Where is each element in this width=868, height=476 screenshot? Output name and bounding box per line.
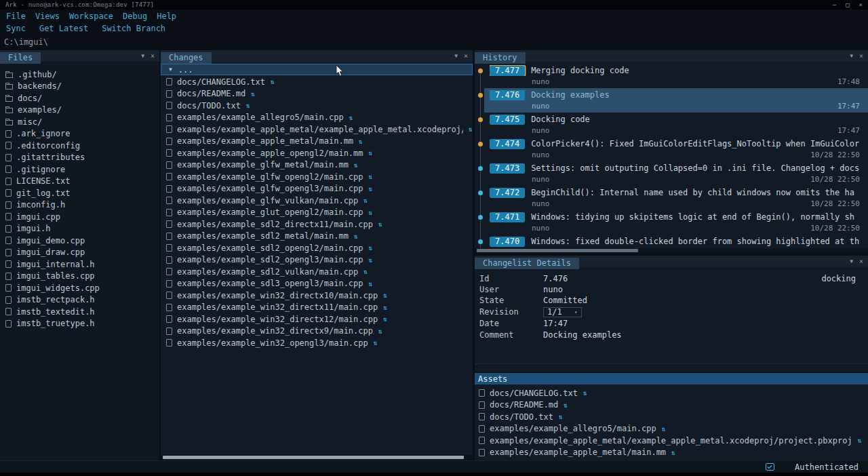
file-tree-item[interactable]: imgui_draw.cpp	[0, 247, 159, 259]
changed-file-item[interactable]: examples/example_glut_opengl2/main.cpp⇅	[161, 207, 473, 219]
minimize-button[interactable]: –	[833, 2, 836, 8]
changed-file-item[interactable]: docs/TODO.txt⇅	[161, 100, 473, 112]
history-item[interactable]: 7.470Windows: fixed double-clicked borde…	[484, 235, 868, 248]
close-panel-icon[interactable]: ×	[151, 53, 155, 60]
history-item[interactable]: 7.477Merging docking codenuno17:48	[484, 64, 868, 88]
filter-icon[interactable]: ▼	[141, 54, 144, 59]
history-item[interactable]: 7.473Settings: omit outputing Collapsed=…	[484, 161, 868, 186]
expand-icon[interactable]: ▼	[169, 66, 172, 73]
file-tree-item[interactable]: git_log.txt	[0, 187, 159, 199]
history-item[interactable]: 7.475Docking codenuno17:47	[484, 113, 868, 137]
history-item[interactable]: 7.471Windows: tidying up skipitems logic…	[484, 210, 868, 235]
asset-item[interactable]: docs/TODO.txt⇅	[475, 411, 868, 423]
file-tree-item[interactable]: .ark_ignore	[0, 128, 159, 140]
changed-file-item[interactable]: docs/README.md⇅	[161, 88, 473, 100]
menu-item-debug[interactable]: Debug	[118, 12, 152, 21]
file-tree-item[interactable]: imgui.cpp	[0, 211, 159, 223]
chevron-down-icon[interactable]: ▾	[574, 309, 578, 315]
file-tree-item[interactable]: imstb_rectpack.h	[0, 294, 159, 306]
file-tree-item[interactable]: imstb_truetype.h	[0, 318, 159, 330]
changed-file-item[interactable]: examples/example_sdl2_opengl2/main.cpp⇅	[161, 242, 473, 254]
file-tree-item[interactable]: imgui_tables.cpp	[0, 271, 159, 283]
changes-panel-title[interactable]: Changes	[161, 52, 212, 64]
assets-header[interactable]: Assets	[475, 373, 868, 384]
file-tree-item[interactable]: LICENSE.txt	[0, 176, 159, 188]
changed-file-item[interactable]: examples/example_apple_metal/main.mm⇅	[161, 136, 473, 148]
toolbar-button-switch-branch[interactable]: Switch Branch	[97, 24, 170, 33]
file-tree-item[interactable]: imstb_textedit.h	[0, 306, 159, 318]
changed-file-item[interactable]: examples/example_win32_directx10/main.cp…	[161, 290, 473, 302]
filter-icon[interactable]: ▼	[850, 54, 853, 59]
file-tree-item[interactable]: .gitattributes	[0, 152, 159, 164]
changed-file-item[interactable]: examples/example_win32_opengl3/main.cpp⇅	[161, 337, 473, 349]
close-button[interactable]: ×	[859, 2, 863, 8]
filter-icon[interactable]: ▼	[454, 54, 458, 59]
file-tree-item[interactable]: imgui_demo.cpp	[0, 235, 159, 247]
changed-file-item[interactable]: docs/CHANGELOG.txt⇅	[161, 76, 473, 88]
menu-item-file[interactable]: File	[1, 12, 31, 21]
changed-file-item[interactable]: examples/example_apple_metal/example_app…	[161, 123, 473, 136]
changed-file-item[interactable]: examples/example_sdl2_metal/main.mm⇅	[161, 231, 473, 243]
maximize-button[interactable]: □	[846, 2, 849, 8]
changed-file-item[interactable]: examples/example_allegro5/main.cpp⇅	[161, 112, 473, 124]
revision-selector[interactable]: 1/1 ▾	[543, 307, 582, 317]
scrollbar-thumb[interactable]	[477, 249, 638, 252]
file-tree-item[interactable]: .gitignore	[0, 163, 159, 176]
changed-file-item[interactable]: examples/example_glfw_opengl3/main.cpp⇅	[161, 183, 473, 195]
details-panel-title[interactable]: Changelist Details	[475, 258, 579, 269]
changed-file-item[interactable]: examples/example_win32_directx12/main.cp…	[161, 313, 473, 325]
changed-file-item[interactable]: examples/example_glfw_vulkan/main.cpp⇅	[161, 195, 473, 207]
changes-root-row[interactable]: ▼ ...	[161, 64, 473, 75]
file-name: imgui_draw.cpp	[16, 247, 85, 257]
menu-item-views[interactable]: Views	[31, 12, 64, 21]
changeset-badge: 7.476	[490, 90, 525, 100]
asset-item[interactable]: examples/example_allegro5/main.cpp⇅	[475, 423, 868, 435]
file-tree-item[interactable]: imgui.h	[0, 223, 159, 235]
filter-icon[interactable]: ▼	[850, 259, 853, 264]
history-item[interactable]: 7.476Docking examplesnuno17:47	[484, 88, 868, 113]
scrollbar-thumb[interactable]	[163, 456, 464, 459]
changed-file-item[interactable]: examples/example_sdl2_opengl3/main.cpp⇅	[161, 254, 473, 266]
changed-file-item[interactable]: examples/example_apple_opengl2/main.mm⇅	[161, 147, 473, 159]
horizontal-scrollbar[interactable]	[475, 248, 868, 254]
file-tree-item[interactable]: imgui_widgets.cpp	[0, 282, 159, 294]
menu-item-workspace[interactable]: Workspace	[64, 12, 118, 21]
close-panel-icon[interactable]: ×	[464, 53, 468, 60]
file-tree-item[interactable]: imconfig.h	[0, 199, 159, 212]
file-icon	[166, 161, 172, 169]
file-icon	[166, 138, 172, 145]
changed-file-item[interactable]: examples/example_sdl2_directx11/main.cpp…	[161, 218, 473, 231]
asset-item[interactable]: docs/README.md⇅	[475, 399, 868, 412]
asset-item[interactable]: examples/example_apple_metal/example_app…	[475, 435, 868, 447]
changed-icon: ⇅	[369, 185, 373, 193]
asset-item[interactable]: docs/CHANGELOG.txt⇅	[475, 387, 868, 399]
close-panel-icon[interactable]: ×	[859, 258, 863, 265]
history-panel-title[interactable]: History	[475, 52, 526, 64]
toolbar-button-sync[interactable]: Sync	[1, 24, 31, 33]
changed-file-item[interactable]: examples/example_glfw_metal/main.mm⇅	[161, 159, 473, 172]
file-tree-item[interactable]: examples/	[0, 104, 159, 117]
files-panel-title[interactable]: Files	[0, 52, 41, 64]
menu-item-help[interactable]: Help	[152, 12, 181, 21]
toolbar-button-get-latest[interactable]: Get Latest	[35, 24, 93, 33]
file-tree-item[interactable]: imgui_internal.h	[0, 258, 159, 271]
file-name: examples/example_sdl2_vulkan/main.cpp	[177, 267, 358, 277]
changed-file-item[interactable]: examples/example_glfw_opengl2/main.cpp⇅	[161, 171, 473, 183]
changed-file-item[interactable]: examples/example_win32_directx9/main.cpp…	[161, 325, 473, 338]
horizontal-scrollbar[interactable]	[161, 455, 473, 460]
file-tree-item[interactable]: .github/	[0, 68, 159, 81]
detail-label-user: User	[479, 285, 543, 294]
close-panel-icon[interactable]: ×	[859, 53, 863, 60]
file-tree-item[interactable]: backends/	[0, 81, 159, 93]
changed-file-item[interactable]: examples/example_win32_directx11/main.cp…	[161, 302, 473, 314]
file-tree-item[interactable]: .editorconfig	[0, 140, 159, 152]
asset-item[interactable]: examples/example_apple_metal/main.mm⇅	[475, 447, 868, 459]
file-tree-item[interactable]: docs/	[0, 92, 159, 104]
file-name: .gitattributes	[16, 153, 85, 162]
changed-file-item[interactable]: examples/example_sdl2_vulkan/main.cpp⇅	[161, 266, 473, 278]
changed-file-item[interactable]: examples/example_sdl3_opengl3/main.cpp⇅	[161, 278, 473, 290]
history-item[interactable]: 7.472BeginChild(): Internal name used by…	[484, 186, 868, 210]
file-tree-item[interactable]: misc/	[0, 116, 159, 128]
history-item[interactable]: 7.474ColorPicker4(): Fixed ImGuiColorEdi…	[484, 137, 868, 161]
changeset-badge: 7.470	[490, 237, 525, 247]
